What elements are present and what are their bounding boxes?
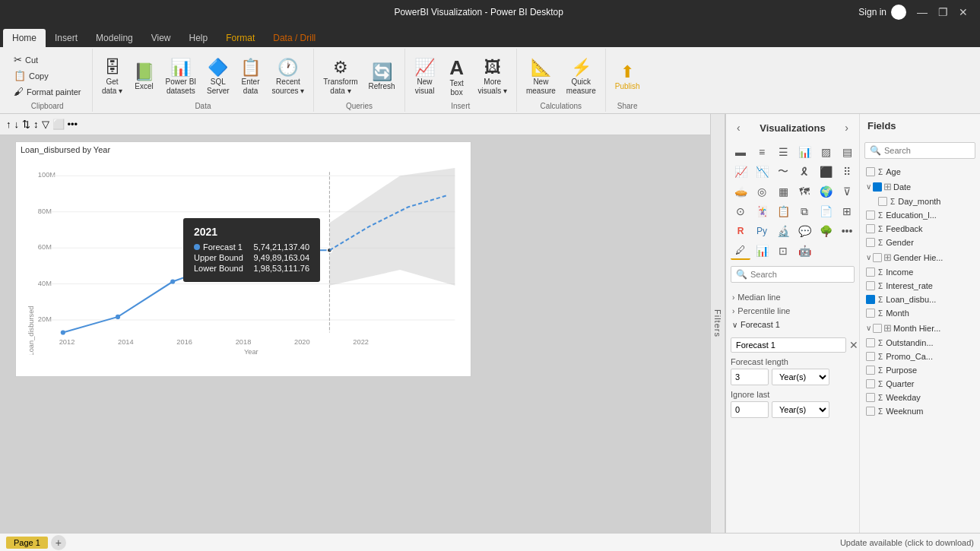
field-month[interactable]: Σ Month (863, 306, 977, 320)
viz-filled-map[interactable]: 🌍 (816, 182, 836, 201)
text-box-btn[interactable]: A Textbox (442, 55, 472, 100)
quick-measure-btn[interactable]: ⚡ Quickmeasure (562, 55, 601, 100)
field-purpose[interactable]: Σ Purpose (863, 363, 977, 377)
expand-icon[interactable]: ⬜ (52, 119, 65, 130)
maximize-btn[interactable]: ❐ (934, 5, 953, 20)
viz-scatter[interactable]: ⠿ (837, 163, 857, 181)
fields-search-input[interactable] (884, 146, 980, 155)
field-loan-disbu[interactable]: Σ Loan_disbu... (863, 293, 977, 306)
viz-fields-icon[interactable]: ⊡ (773, 242, 793, 260)
fields-search-box[interactable]: 🔍 (864, 142, 975, 159)
field-outstanding-checkbox[interactable] (866, 338, 875, 347)
forecast-unit-select[interactable]: Year(s) Month(s) Day(s) (772, 369, 829, 385)
viz-waterfall[interactable]: ⬛ (816, 163, 836, 181)
viz-card[interactable]: 🃏 (752, 202, 772, 220)
field-weeknum[interactable]: Σ Weeknum (863, 404, 977, 418)
viz-col-chart[interactable]: 📊 (794, 143, 814, 161)
field-outstanding[interactable]: Σ Outstandin... (863, 336, 977, 350)
viz-kpi[interactable]: 📋 (773, 202, 793, 220)
tab-view[interactable]: View (142, 29, 180, 47)
field-weekday[interactable]: Σ Weekday (863, 391, 977, 404)
forecast-item[interactable]: ∨ Forecast 1 (731, 318, 855, 331)
field-quarter-checkbox[interactable] (866, 379, 875, 388)
viz-table[interactable]: 📄 (816, 202, 836, 220)
sort-az-icon[interactable]: ↕ (33, 119, 39, 130)
minimize-btn[interactable]: — (912, 5, 932, 20)
field-gender-checkbox[interactable] (866, 238, 875, 247)
viz-slicer[interactable]: ⧉ (794, 202, 814, 220)
tab-data-drill[interactable]: Data / Drill (264, 29, 325, 47)
new-measure-btn[interactable]: 📐 Newmeasure (522, 55, 560, 100)
field-group-gender-hier[interactable]: ∨ ⊞ Gender Hie... (863, 249, 977, 265)
forecast-close-btn[interactable]: ✕ (849, 339, 858, 351)
tab-modeling[interactable]: Modeling (87, 29, 142, 47)
viz-ribbon[interactable]: 🎗 (794, 163, 814, 181)
viz-bar-chart[interactable]: ▬ (731, 143, 750, 161)
viz-line[interactable]: 📈 (731, 163, 750, 181)
excel-btn[interactable]: 📗 Excel (129, 55, 160, 100)
viz-funnel[interactable]: ⊽ (837, 182, 857, 201)
publish-btn[interactable]: ⬆ Publish (611, 55, 645, 100)
sort-asc-icon[interactable]: ↑ (6, 119, 11, 130)
viz-panel-next[interactable]: › (842, 120, 852, 135)
field-promo[interactable]: Σ Promo_Ca... (863, 350, 977, 363)
field-interest-rate[interactable]: Σ Interest_rate (863, 279, 977, 293)
viz-treemap[interactable]: ▦ (773, 182, 793, 201)
field-day-month[interactable]: Σ Day_month (863, 195, 977, 208)
ignore-last-unit-select[interactable]: Year(s) Month(s) (772, 401, 829, 418)
field-income-checkbox[interactable] (866, 268, 875, 277)
viz-map[interactable]: 🗺 (794, 182, 814, 201)
enter-data-btn[interactable]: 📋 Enterdata (236, 55, 266, 100)
forecast-length-input[interactable] (731, 369, 769, 385)
field-month-hier-checkbox[interactable] (873, 324, 882, 333)
viz-100pct[interactable]: ▤ (837, 143, 857, 161)
cut-btn[interactable]: ✂ Cut (11, 52, 84, 67)
field-group-date[interactable]: ∨ ⊞ Date (863, 179, 977, 195)
viz-pie[interactable]: 🥧 (731, 182, 750, 201)
tab-format[interactable]: Format (217, 29, 264, 47)
viz-area[interactable]: 📉 (752, 163, 772, 181)
field-gender[interactable]: Σ Gender (863, 236, 977, 249)
new-visual-btn[interactable]: 📈 Newvisual (410, 55, 440, 100)
field-date-checkbox[interactable] (873, 182, 882, 192)
ignore-last-input[interactable] (731, 401, 769, 418)
field-month-checkbox[interactable] (866, 309, 875, 318)
field-feedback-checkbox[interactable] (866, 224, 875, 233)
close-btn[interactable]: ✕ (954, 5, 972, 20)
viz-panel-prev[interactable]: ‹ (734, 120, 744, 135)
field-feedback[interactable]: Σ Feedback (863, 222, 977, 236)
field-interest-rate-checkbox[interactable] (866, 281, 875, 290)
field-age-checkbox[interactable] (866, 167, 875, 176)
field-loan-checkbox[interactable] (866, 295, 875, 304)
more-options-icon[interactable]: ••• (68, 119, 78, 130)
viz-stacked-bar[interactable]: ≡ (752, 143, 772, 161)
viz-clustered-bar[interactable]: ☰ (773, 143, 793, 161)
forecast-name-input[interactable] (731, 337, 846, 353)
viz-search-box[interactable]: 🔍 (731, 266, 855, 283)
power-bi-datasets-btn[interactable]: 📊 Power BIdatasets (161, 55, 201, 100)
viz-donut[interactable]: ◎ (752, 182, 772, 201)
field-education-checkbox[interactable] (866, 211, 875, 220)
format-painter-btn[interactable]: 🖌 Format painter (11, 84, 84, 99)
field-age[interactable]: Σ Age (863, 165, 977, 179)
percentile-line-item[interactable]: › Percentile line (731, 304, 855, 318)
filters-panel[interactable]: Filters (710, 114, 725, 533)
tab-insert[interactable]: Insert (46, 29, 87, 47)
field-purpose-checkbox[interactable] (866, 366, 875, 375)
median-line-item[interactable]: › Median line (731, 290, 855, 304)
field-education[interactable]: Σ Education_l... (863, 208, 977, 222)
update-text[interactable]: Update available (click to download) (840, 538, 974, 547)
viz-matrix[interactable]: ⊞ (837, 202, 857, 220)
field-promo-checkbox[interactable] (866, 352, 875, 361)
recent-sources-btn[interactable]: 🕐 Recentsources ▾ (268, 55, 309, 100)
viz-gauge[interactable]: ⊙ (731, 202, 750, 220)
sort-desc-icon[interactable]: ↓ (14, 119, 20, 130)
tab-home[interactable]: Home (3, 29, 46, 47)
field-day-month-checkbox[interactable] (878, 197, 887, 206)
sort-icon[interactable]: ⇅ (22, 119, 30, 130)
filter-icon[interactable]: ▽ (42, 119, 49, 130)
viz-format[interactable]: 🖊 (731, 242, 750, 260)
viz-qna[interactable]: 💬 (794, 222, 814, 240)
window-controls[interactable]: — ❐ ✕ (912, 5, 972, 20)
viz-r[interactable]: R (731, 222, 750, 240)
